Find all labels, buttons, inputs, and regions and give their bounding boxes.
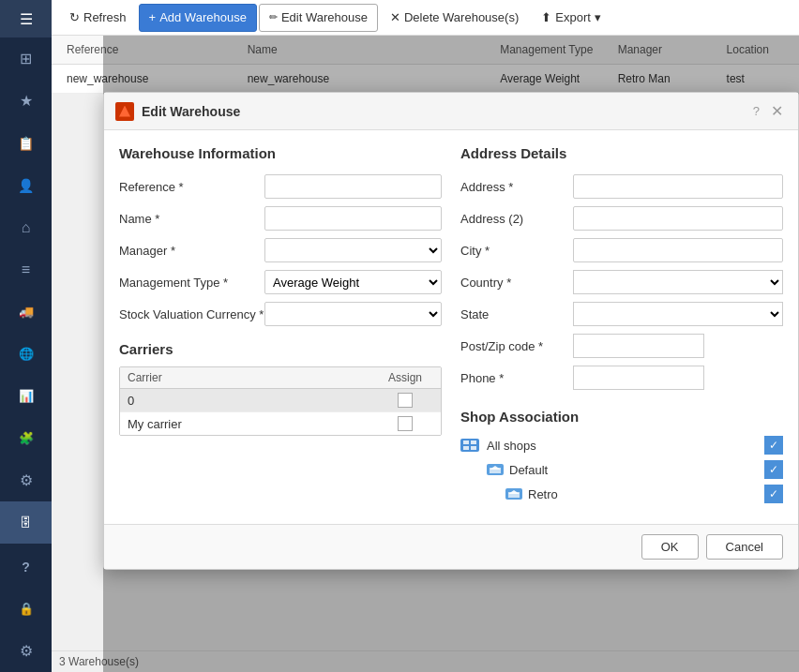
sidebar-item-reports[interactable]: 📊 [0,375,52,417]
modal-left: Warehouse Information Reference * Name *… [119,145,442,509]
manager-select[interactable] [264,238,442,262]
postcode-row: Post/Zip code * [460,334,783,358]
sidebar-item-favorites[interactable]: ★ [0,80,52,122]
management-type-row: Management Type * Average Weight FIFO LI… [119,270,442,294]
person-icon: 👤 [18,178,34,193]
shop-row-default: Default [460,460,783,479]
add-warehouse-button[interactable]: + Add Warehouse [139,4,257,32]
carrier-checkbox-0[interactable] [377,393,433,408]
carrier-name-0: 0 [128,394,377,408]
globe-icon: 🌐 [19,347,34,361]
refresh-button[interactable]: ↻ Refresh [59,4,137,32]
delete-warehouse-label: Delete Warehouse(s) [404,10,519,24]
phone-row: Phone * [460,366,783,390]
carriers-title: Carriers [119,341,442,357]
sidebar-item-home[interactable]: ⌂ [0,206,52,248]
state-select[interactable] [573,302,783,326]
shop-row-all: All shops [460,436,783,455]
shop-association-title: Shop Association [460,409,783,425]
address2-row: Address (2) [460,206,783,231]
carrier-col-name-header: Carrier [128,371,377,384]
address-input[interactable] [573,174,783,199]
sidebar: ☰ ⊞ ★ 📋 👤 ⌂ ≡ 🚚 🌐 📊 🧩 ⚙ 🗄 ? 🔒 [0,0,52,672]
sidebar-item-modules[interactable]: 🧩 [0,417,52,459]
stock-currency-row: Stock Valuation Currency * [119,302,442,326]
edit-warehouse-label: Edit Warehouse [281,10,368,24]
refresh-label: Refresh [83,10,127,24]
sidebar-item-lock[interactable]: 🔒 [0,588,52,630]
address-title: Address Details [460,145,783,161]
edit-warehouse-button[interactable]: ✏ Edit Warehouse [259,4,378,32]
modal-logo [115,102,134,121]
country-row: Country * [460,270,783,294]
sidebar-item-settings[interactable]: ⚙ [0,630,52,672]
address2-input[interactable] [573,206,783,231]
postcode-label: Post/Zip code * [460,339,573,353]
country-select[interactable] [573,270,783,294]
name-row: Name * [119,206,442,231]
all-shops-label: All shops [487,439,764,453]
sidebar-item-orders[interactable]: 📋 [0,122,52,164]
carrier-col-assign-header: Assign [377,371,433,384]
carrier-check-mycarrier[interactable] [398,416,413,431]
modal-right: Address Details Address * Address (2) Ci… [460,145,783,509]
ok-button[interactable]: OK [641,534,699,560]
modal-footer: OK Cancel [104,524,798,569]
modal-close-button[interactable]: ✕ [767,100,787,122]
sidebar-item-profile[interactable]: 👤 [0,164,52,206]
content-wrapper: Reference Name Management Type Manager L… [52,36,799,672]
modal-logo-icon [119,106,130,117]
retro-shop-label: Retro [528,487,764,501]
modal-help-icon[interactable]: ? [753,104,760,118]
manager-label: Manager * [119,244,264,258]
carriers-header: Carrier Assign [120,367,441,389]
chart-icon: 📊 [19,389,34,403]
export-button[interactable]: ⬆ Export ▾ [531,4,611,32]
management-type-select[interactable]: Average Weight FIFO LIFO [264,270,442,294]
sidebar-item-dashboard[interactable]: ⊞ [0,37,52,80]
sliders-icon: ⚙ [20,471,33,489]
stock-currency-select[interactable] [264,302,442,326]
modal-overlay: Edit Warehouse ? ✕ Warehouse Information… [103,36,799,672]
hamburger-icon[interactable]: ☰ [20,10,33,28]
address2-label: Address (2) [460,212,573,226]
shop-row-retro: Retro [460,485,783,503]
state-label: State [460,307,573,321]
sidebar-item-localization[interactable]: 🌐 [0,333,52,375]
sidebar-item-warehouse[interactable]: 🗄 [0,501,52,544]
default-shop-icon [487,464,504,475]
reference-row: Reference * [119,174,442,199]
city-label: City * [460,244,573,258]
svg-rect-0 [463,441,469,444]
carrier-check-0[interactable] [398,393,413,408]
default-shop-checkbox[interactable] [764,460,783,479]
default-shop-label: Default [509,463,764,477]
sidebar-item-help[interactable]: ? [0,545,52,588]
export-label: Export [555,10,591,24]
shop-association-section: Shop Association All shops [460,409,783,503]
sidebar-item-catalog[interactable]: ≡ [0,248,52,291]
refresh-icon: ↻ [69,10,80,24]
catalog-icon: ≡ [22,261,30,278]
carrier-row-mycarrier: My carrier [120,412,441,435]
retro-shop-checkbox[interactable] [764,485,783,503]
name-input[interactable] [264,206,442,231]
phone-input[interactable] [573,366,704,390]
delete-warehouse-button[interactable]: ✕ Delete Warehouse(s) [380,4,529,32]
settings-icon: ⚙ [20,642,33,660]
truck-icon: 🚚 [19,305,34,319]
carriers-table: Carrier Assign 0 My [119,366,442,436]
reference-input[interactable] [264,174,442,199]
orders-icon: 📋 [18,136,34,151]
sidebar-item-advanced[interactable]: ⚙ [0,459,52,501]
sidebar-item-shipping[interactable]: 🚚 [0,291,52,333]
carrier-checkbox-mycarrier[interactable] [377,416,433,431]
sidebar-top[interactable]: ☰ [0,0,52,37]
toolbar: ↻ Refresh + Add Warehouse ✏ Edit Warehou… [52,0,799,36]
cancel-button[interactable]: Cancel [706,534,783,560]
city-input[interactable] [573,238,783,262]
country-label: Country * [460,276,573,290]
all-shops-checkbox[interactable] [764,436,783,455]
retro-shop-icon [505,488,522,500]
postcode-input[interactable] [573,334,704,358]
